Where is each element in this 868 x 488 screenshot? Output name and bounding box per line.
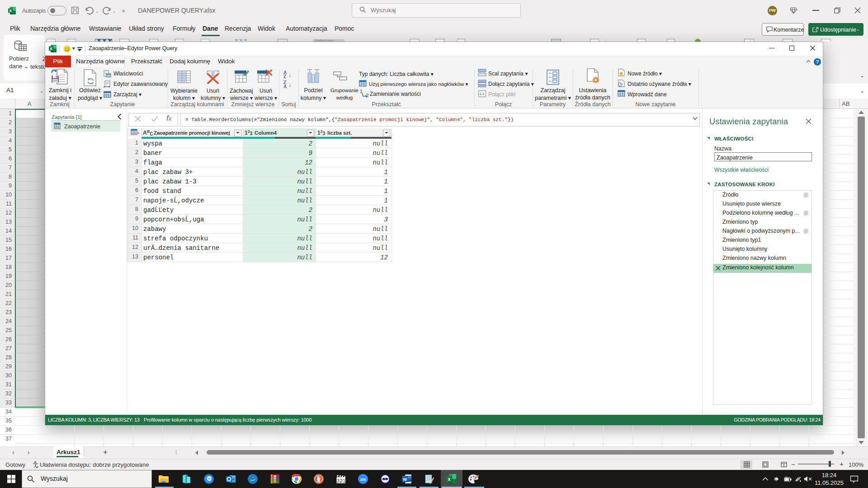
svg-text:3: 3 xyxy=(337,478,340,483)
svg-text:X: X xyxy=(9,9,12,13)
svg-text:1: 1 xyxy=(343,478,345,483)
svg-text:x: x xyxy=(448,477,451,482)
svg-text:zm: zm xyxy=(360,477,366,482)
svg-text:2: 2 xyxy=(340,478,343,483)
svg-text:X: X xyxy=(50,47,52,51)
svg-text:W: W xyxy=(403,477,407,482)
